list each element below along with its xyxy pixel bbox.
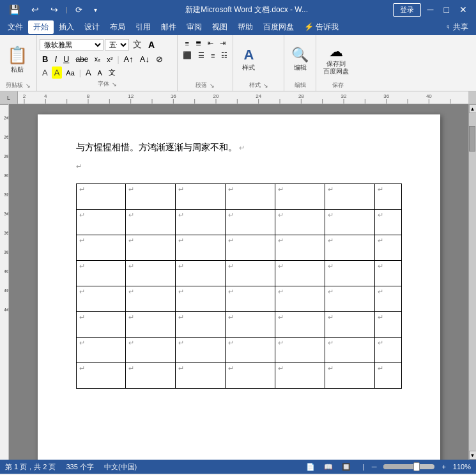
case-btn[interactable]: Aa xyxy=(63,68,77,78)
indent-decrease-btn[interactable]: ⇤ xyxy=(205,38,216,49)
table-cell[interactable]: ↵ xyxy=(374,363,401,389)
table-cell[interactable]: ↵ xyxy=(374,261,401,286)
clipboard-expand-icon[interactable]: ↘ xyxy=(26,82,31,89)
view-outline-btn[interactable]: 🔲 xyxy=(340,462,353,472)
table-cell[interactable]: ↵ xyxy=(76,286,126,312)
table-cell[interactable]: ↵ xyxy=(275,312,325,338)
baidu-save-button[interactable]: ☁ 保存到百度网盘 xyxy=(319,38,353,81)
document-scroll-area[interactable]: 与方惺惺相惜。方鸿渐逐渐与周家不和。 ↵ ↵ ↵↵↵↵↵↵↵↵↵↵↵↵↵↵↵↵↵… xyxy=(9,104,468,460)
table-cell[interactable]: ↵ xyxy=(126,235,176,261)
table-cell[interactable]: ↵ xyxy=(226,210,275,235)
zoom-slider[interactable] xyxy=(383,464,434,469)
menu-design[interactable]: 设计 xyxy=(79,20,105,34)
table-cell[interactable]: ↵ xyxy=(176,210,226,235)
more-btn[interactable]: ▾ xyxy=(90,5,101,15)
font-expand-icon[interactable]: ↘ xyxy=(112,81,117,88)
paste-button[interactable]: 📋 粘贴 xyxy=(3,38,32,81)
bullets-btn[interactable]: ≡ xyxy=(183,38,192,49)
right-scrollbar[interactable]: ▲ ▼ xyxy=(468,104,476,460)
table-cell[interactable]: ↵ xyxy=(374,235,401,261)
table-cell[interactable]: ↵ xyxy=(76,312,126,338)
view-web-btn[interactable]: 📖 xyxy=(322,462,335,472)
underline-button[interactable]: U xyxy=(61,53,72,65)
refresh-btn[interactable]: ⟳ xyxy=(72,4,86,16)
table-cell[interactable]: ↵ xyxy=(176,338,226,363)
table-cell[interactable]: ↵ xyxy=(325,338,375,363)
zoom-handle[interactable] xyxy=(413,462,420,471)
menu-insert[interactable]: 插入 xyxy=(54,20,79,34)
font-wen-btn[interactable]: 文 xyxy=(130,38,144,52)
table-cell[interactable]: ↵ xyxy=(126,286,176,312)
table-cell[interactable]: ↵ xyxy=(126,210,176,235)
menu-layout[interactable]: 布局 xyxy=(105,20,130,34)
table-cell[interactable]: ↵ xyxy=(176,235,226,261)
table-cell[interactable]: ↵ xyxy=(374,312,401,338)
table-cell[interactable]: ↵ xyxy=(226,286,275,312)
table-cell[interactable]: ↵ xyxy=(226,312,275,338)
table-cell[interactable]: ↵ xyxy=(275,210,325,235)
table-cell[interactable]: ↵ xyxy=(76,235,126,261)
font-color-btn2[interactable]: A xyxy=(83,66,94,79)
table-cell[interactable]: ↵ xyxy=(275,286,325,312)
save-icon-btn[interactable]: 💾 xyxy=(5,3,24,16)
menu-mail[interactable]: 邮件 xyxy=(156,20,181,34)
table-cell[interactable]: ↵ xyxy=(176,184,226,210)
table-cell[interactable]: ↵ xyxy=(76,210,126,235)
indent-increase-btn[interactable]: ⇥ xyxy=(217,38,228,49)
table-cell[interactable]: ↵ xyxy=(374,210,401,235)
table-cell[interactable]: ↵ xyxy=(76,184,126,210)
table-cell[interactable]: ↵ xyxy=(176,261,226,286)
table-cell[interactable]: ↵ xyxy=(126,261,176,286)
table-cell[interactable]: ↵ xyxy=(126,312,176,338)
scrollbar-thumb[interactable] xyxy=(469,126,475,152)
table-cell[interactable]: ↵ xyxy=(275,184,325,210)
styles-expand-icon[interactable]: ↘ xyxy=(263,82,268,89)
close-btn[interactable]: ✕ xyxy=(456,3,471,16)
table-cell[interactable]: ↵ xyxy=(126,338,176,363)
redo-btn[interactable]: ↪ xyxy=(47,3,62,16)
table-cell[interactable]: ↵ xyxy=(275,338,325,363)
table-cell[interactable]: ↵ xyxy=(325,363,375,389)
table-cell[interactable]: ↵ xyxy=(176,286,226,312)
maximize-btn[interactable]: □ xyxy=(440,3,453,16)
table-cell[interactable]: ↵ xyxy=(226,338,275,363)
menu-tell[interactable]: ⚡ 告诉我 xyxy=(299,20,344,34)
table-cell[interactable]: ↵ xyxy=(76,261,126,286)
styles-button[interactable]: A 样式 xyxy=(236,38,261,81)
table-cell[interactable]: ↵ xyxy=(126,184,176,210)
table-cell[interactable]: ↵ xyxy=(275,261,325,286)
font-size-select[interactable]: 五号 xyxy=(105,39,129,51)
zoom-out-btn[interactable]: ─ xyxy=(370,462,379,471)
table-cell[interactable]: ↵ xyxy=(275,363,325,389)
justify-btn[interactable]: ☷ xyxy=(219,50,230,61)
table-cell[interactable]: ↵ xyxy=(325,286,375,312)
table-cell[interactable]: ↵ xyxy=(226,235,275,261)
table-cell[interactable]: ↵ xyxy=(325,235,375,261)
text-effect-btn[interactable]: A xyxy=(95,68,105,78)
scroll-up-arrow[interactable]: ▲ xyxy=(469,104,477,113)
table-cell[interactable]: ↵ xyxy=(226,184,275,210)
table-cell[interactable]: ↵ xyxy=(126,363,176,389)
table-cell[interactable]: ↵ xyxy=(176,363,226,389)
table-cell[interactable]: ↵ xyxy=(76,363,126,389)
table-cell[interactable]: ↵ xyxy=(374,184,401,210)
login-button[interactable]: 登录 xyxy=(393,3,421,17)
view-print-btn[interactable]: 📄 xyxy=(304,462,317,472)
align-right-btn[interactable]: ≡ xyxy=(208,50,217,61)
table-cell[interactable]: ↵ xyxy=(325,312,375,338)
menu-view[interactable]: 视图 xyxy=(207,20,233,34)
menu-home[interactable]: 开始 xyxy=(28,20,54,34)
font-color-a-btn[interactable]: A xyxy=(40,66,50,79)
font-name-select[interactable]: 微软雅黑 xyxy=(40,39,104,51)
table-cell[interactable]: ↵ xyxy=(374,286,401,312)
minimize-btn[interactable]: ─ xyxy=(424,3,438,16)
undo-btn[interactable]: ↩ xyxy=(27,3,43,16)
menu-help[interactable]: 帮助 xyxy=(233,20,258,34)
numbering-btn[interactable]: ≣ xyxy=(193,38,204,49)
grow-font-btn[interactable]: A↑ xyxy=(121,53,136,65)
editing-button[interactable]: 🔍 编辑 xyxy=(287,38,313,81)
table-cell[interactable]: ↵ xyxy=(325,261,375,286)
table-cell[interactable]: ↵ xyxy=(226,261,275,286)
menu-file[interactable]: 文件 xyxy=(3,20,28,34)
highlight-btn[interactable]: A xyxy=(52,66,63,79)
